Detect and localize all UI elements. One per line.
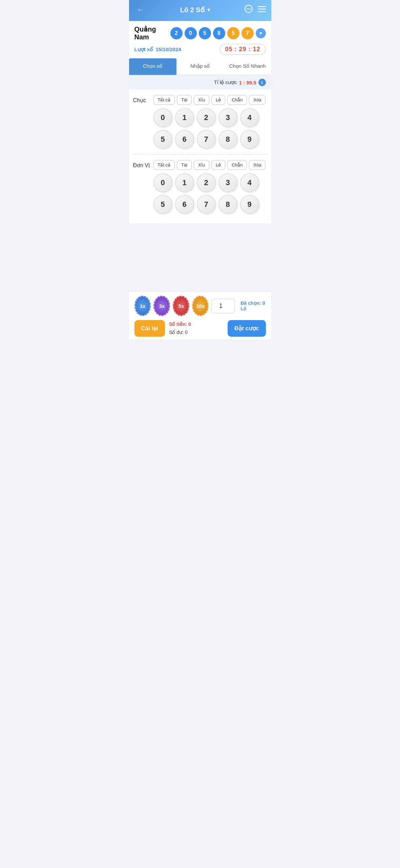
donvi-num-6[interactable]: 6 [175,195,194,214]
chuc-num-7[interactable]: 7 [197,130,216,149]
donvi-num-9[interactable]: 9 [240,195,259,214]
chip-5x[interactable]: 5x [173,296,189,316]
back-button[interactable]: ← [134,4,147,16]
chips-row: 1x 3x 5x 10x Đã chọn: 0 Lô [134,296,266,316]
svg-rect-5 [258,9,266,10]
chip-1x[interactable]: 1x [134,296,151,316]
donvi-tatca-btn[interactable]: Tất cả [153,160,175,170]
chuc-number-grid: 0 1 2 3 4 5 6 7 8 9 [153,108,267,149]
empty-space [129,223,271,291]
chuc-tatca-btn[interactable]: Tất cả [153,95,175,105]
chuc-picker: Tất cả Tài Xỉu Lẻ Chẵn Xóa 0 1 2 3 4 [153,95,267,149]
svg-rect-6 [258,11,266,12]
title-dropdown-icon[interactable]: ▼ [207,7,211,13]
donvi-xoa-btn[interactable]: Xóa [249,160,266,170]
ball-1: 2 [170,27,183,39]
svg-point-1 [247,8,248,9]
bottom-bar: 1x 3x 5x 10x Đã chọn: 0 Lô Cài lại Số ti… [129,291,271,339]
province-date: 15/10/2024 [156,46,181,52]
chuc-num-2[interactable]: 2 [197,108,216,127]
donvi-num-8[interactable]: 8 [218,195,237,214]
donvi-num-4[interactable]: 4 [240,173,259,192]
tab-chon-so-nhanh[interactable]: Chọn Số Nhanh [224,58,271,75]
donvi-num-7[interactable]: 7 [197,195,216,214]
lo-unit-label: Lô [240,306,246,311]
odds-ratio: 1 : 99.5 [239,80,256,85]
ball-3: 5 [199,27,211,39]
odds-info-icon[interactable]: i [258,79,266,86]
odds-label: Tỉ lệ cược [214,79,237,85]
donvi-num-0[interactable]: 0 [153,173,172,192]
chuc-num-9[interactable]: 9 [240,130,259,149]
donvi-quick-btns: Tất cả Tài Xỉu Lẻ Chẵn Xóa [153,160,267,170]
ball-5: 5 [227,27,239,39]
province-chevron[interactable]: ▾ [256,28,266,38]
donvi-chan-btn[interactable]: Chẵn [227,160,247,170]
chuc-tai-btn[interactable]: Tài [177,95,192,105]
donvi-xiu-btn[interactable]: Xỉu [194,160,209,170]
province-bottom: Lượt xổ 15/10/2024 05 : 29 : 12 [134,44,266,55]
chuc-section: Chục Tất cả Tài Xỉu Lẻ Chẵn Xóa 0 1 2 3 [129,90,271,223]
donvi-label: Đơn Vị [133,160,151,169]
chuc-le-btn[interactable]: Lẻ [211,95,225,105]
donvi-num-1[interactable]: 1 [175,173,194,192]
donvi-num-3[interactable]: 3 [218,173,237,192]
so-du-value: 0 [185,330,188,335]
chuc-xoa-btn[interactable]: Xóa [249,95,266,105]
number-balls: 2 0 5 8 5 7 ▾ [170,27,266,39]
chuc-xiu-btn[interactable]: Xỉu [194,95,209,105]
da-chon-count: 0 [262,300,265,306]
svg-rect-4 [258,6,266,7]
header-icons [244,4,266,15]
chuc-num-1[interactable]: 1 [175,108,194,127]
chuc-chan-btn[interactable]: Chẵn [227,95,247,105]
tab-chon-so[interactable]: Chọn số [129,58,176,75]
tab-nhap-so[interactable]: Nhập số [176,58,224,75]
header-title: Lô 2 Số ▼ [180,6,211,14]
ball-6: 7 [241,27,254,39]
so-tien: Số tiền: 0 [169,320,224,329]
chuc-quick-btns: Tất cả Tài Xỉu Lẻ Chẵn Xóa [153,95,267,105]
chat-icon[interactable] [244,4,253,15]
chuc-row-1: 0 1 2 3 4 [153,108,267,127]
chuc-num-0[interactable]: 0 [153,108,172,127]
luot-xo: Lượt xổ 15/10/2024 [134,46,181,53]
header: ← Lô 2 Số ▼ [129,0,271,21]
svg-point-3 [249,8,250,9]
donvi-row-1: 0 1 2 3 4 [153,173,267,192]
province-name: Quảng Nam [134,25,170,41]
chuc-row: Chục Tất cả Tài Xỉu Lẻ Chẵn Xóa 0 1 2 3 [133,95,267,149]
chuc-num-6[interactable]: 6 [175,130,194,149]
menu-icon[interactable] [258,5,266,14]
donvi-number-grid: 0 1 2 3 4 5 6 7 8 9 [153,173,267,214]
section-divider [133,154,267,155]
donvi-le-btn[interactable]: Lẻ [211,160,225,170]
chuc-label: Chục [133,95,151,103]
chuc-num-4[interactable]: 4 [240,108,259,127]
chip-3x[interactable]: 3x [153,296,170,316]
chuc-num-3[interactable]: 3 [218,108,237,127]
multiplier-input[interactable] [211,299,235,313]
donvi-row-2: 5 6 7 8 9 [153,195,267,214]
title-text: Lô 2 Số [180,6,205,14]
countdown-timer: 05 : 29 : 12 [219,44,266,55]
cai-lai-button[interactable]: Cài lại [134,320,165,337]
chuc-row-2: 5 6 7 8 9 [153,130,267,149]
province-top: Quảng Nam 2 0 5 8 5 7 ▾ [134,25,266,41]
so-tien-value: 0 [188,321,191,327]
donvi-num-5[interactable]: 5 [153,195,172,214]
chip-10x[interactable]: 10x [192,296,209,316]
chuc-num-5[interactable]: 5 [153,130,172,149]
tabs-bar: Chọn số Nhập số Chọn Số Nhanh [129,58,271,75]
ball-2: 0 [185,27,197,39]
ball-4: 8 [213,27,225,39]
dat-cuoc-button[interactable]: Đặt cược [228,320,266,337]
money-info: Số tiền: 0 Số dư: 0 [169,320,224,337]
donvi-num-2[interactable]: 2 [197,173,216,192]
donvi-picker: Tất cả Tài Xỉu Lẻ Chẵn Xóa 0 1 2 3 4 [153,160,267,214]
donvi-row: Đơn Vị Tất cả Tài Xỉu Lẻ Chẵn Xóa 0 1 2 … [133,160,267,214]
province-bar: Quảng Nam 2 0 5 8 5 7 ▾ Lượt xổ 15/10/20… [129,21,271,58]
so-du: Số dư: 0 [169,329,224,337]
donvi-tai-btn[interactable]: Tài [177,160,192,170]
chuc-num-8[interactable]: 8 [218,130,237,149]
